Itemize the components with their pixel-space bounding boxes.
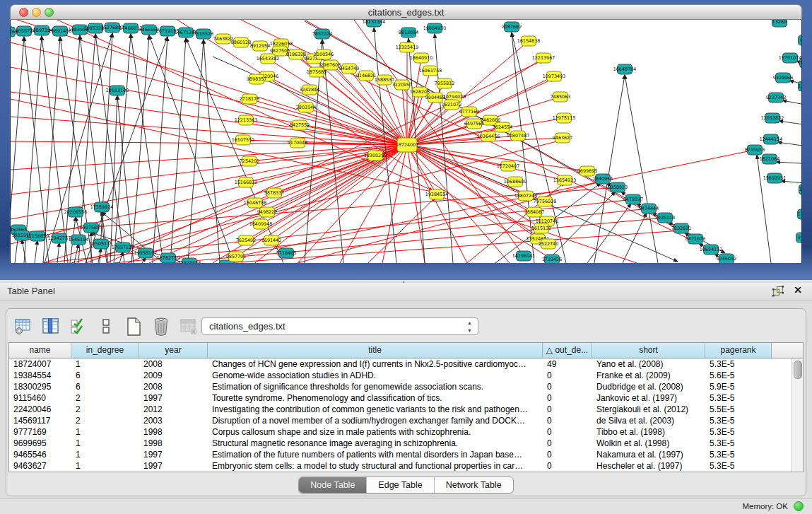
table-settings-icon[interactable]: [14, 317, 33, 336]
graph-node[interactable]: 7625402: [236, 235, 256, 245]
graph-edge[interactable]: [402, 85, 407, 145]
graph-node[interactable]: 15692931: [763, 173, 787, 183]
graph-node[interactable]: 3242844: [300, 85, 319, 95]
close-panel-icon[interactable]: ✕: [794, 284, 802, 296]
table-cell[interactable]: Disruption of a novel member of a sodium…: [208, 415, 543, 426]
graph-node[interactable]: 12505135: [90, 239, 113, 249]
table-cell[interactable]: 19384554: [9, 370, 71, 381]
graph-node[interactable]: 9498222: [257, 207, 277, 217]
table-cell[interactable]: 18724007: [9, 358, 71, 370]
table-cell[interactable]: de Silva et al. (2003): [592, 415, 705, 426]
column-header-year[interactable]: year: [139, 343, 208, 358]
graph-node[interactable]: 20364456: [477, 132, 500, 141]
graph-node[interactable]: 13654923: [553, 175, 577, 185]
graph-edge[interactable]: [779, 121, 802, 126]
graph-edge[interactable]: [782, 100, 802, 106]
table-vertical-scrollbar[interactable]: [792, 358, 803, 472]
table-row[interactable]: 2242004622012Investigating the contribut…: [9, 404, 803, 415]
table-row[interactable]: 1456911722003Disruption of a novel membe…: [9, 415, 803, 426]
table-row[interactable]: 969969511998Structural magnetic resonanc…: [9, 438, 803, 449]
table-cell[interactable]: 6: [71, 370, 139, 381]
citation-network-graph[interactable]: 1872400714055724208973942069140618839167…: [11, 20, 802, 263]
graph-node[interactable]: 2803144: [296, 103, 316, 112]
graph-node[interactable]: 18131304: [363, 20, 386, 27]
select-all-rows-icon[interactable]: [69, 317, 88, 336]
table-cell[interactable]: 5.9E-5: [705, 381, 772, 392]
table-cell[interactable]: 0: [543, 426, 592, 438]
table-cell[interactable]: Nakamura et al. (1997): [592, 449, 705, 460]
table-cell[interactable]: 1997: [139, 460, 208, 472]
table-cell[interactable]: 9465546: [9, 449, 71, 460]
table-cell[interactable]: 0: [543, 460, 592, 472]
graph-node[interactable]: 9884067: [524, 207, 544, 217]
create-table-icon[interactable]: [124, 317, 143, 336]
table-cell[interactable]: Stergiakouli et al. (2012): [592, 404, 705, 415]
network-canvas[interactable]: 1872400714055724208973942069140618839167…: [10, 20, 802, 263]
graph-node[interactable]: 1733426: [542, 255, 562, 263]
graph-node[interactable]: 2522740: [539, 239, 558, 249]
float-window-icon[interactable]: [772, 286, 784, 297]
table-cell[interactable]: 9463627: [9, 460, 71, 472]
graph-node[interactable]: 16961758: [419, 66, 442, 76]
graph-node[interactable]: 14454: [799, 81, 803, 91]
table-cell[interactable]: 1: [71, 460, 139, 472]
graph-node[interactable]: 12923448: [178, 258, 201, 263]
graph-node[interactable]: 9245012: [717, 254, 736, 263]
graph-node[interactable]: 9474444: [639, 204, 659, 214]
table-cell[interactable]: 0: [543, 404, 592, 415]
node-attribute-table[interactable]: namein_degreeyeartitle△ out_de...shortpa…: [8, 342, 804, 472]
graph-edge[interactable]: [306, 107, 407, 145]
graph-node[interactable]: 3220957: [392, 80, 412, 90]
graph-node[interactable]: 9170048: [288, 138, 307, 148]
graph-node[interactable]: 12744: [800, 58, 803, 68]
graph-node[interactable]: 12444154: [760, 134, 783, 144]
table-cell[interactable]: 6: [71, 381, 139, 392]
graph-node[interactable]: 9219: [799, 35, 803, 45]
table-select-dropdown[interactable]: citations_edges.txt ▲▼: [201, 317, 478, 335]
graph-node[interactable]: 18640910: [410, 53, 433, 63]
table-row[interactable]: 946362711997Embryonic stem cells: a mode…: [9, 460, 803, 472]
graph-node[interactable]: 18724007: [396, 138, 419, 152]
table-cell[interactable]: 1997: [139, 392, 208, 404]
table-cell[interactable]: 2008: [139, 381, 208, 392]
table-row[interactable]: 911546021997Tourette syndrome. Phenomeno…: [9, 392, 803, 404]
table-cell[interactable]: Hescheler et al. (1997): [592, 460, 705, 472]
table-cell[interactable]: Jankovic et al. (1997): [592, 392, 705, 404]
graph-node[interactable]: 14196141: [512, 251, 536, 261]
table-cell[interactable]: 0: [543, 438, 592, 449]
table-cell[interactable]: Tourette syndrome. Phenomenology and cla…: [208, 392, 543, 404]
table-cell[interactable]: Estimation of significance thresholds fo…: [208, 381, 543, 392]
graph-edge[interactable]: [11, 42, 407, 145]
graph-node[interactable]: 7955812: [435, 78, 454, 88]
table-cell[interactable]: Genome-wide association studies in ADHD.: [208, 370, 543, 381]
table-cell[interactable]: 1: [71, 438, 139, 449]
graph-edge[interactable]: [35, 240, 37, 263]
graph-node[interactable]: 8912954: [250, 41, 270, 51]
table-cell[interactable]: 1998: [139, 426, 208, 438]
graph-node[interactable]: 8454749: [339, 64, 359, 74]
graph-node[interactable]: 7832621: [671, 223, 691, 233]
graph-edge[interactable]: [149, 35, 234, 263]
graph-node[interactable]: 5716485: [276, 248, 296, 258]
table-cell[interactable]: Estimation of the future numbers of pati…: [208, 449, 543, 460]
graph-edge[interactable]: [757, 155, 771, 263]
graph-edge[interactable]: [625, 75, 658, 263]
table-cell[interactable]: 2: [71, 392, 139, 404]
table-cell[interactable]: 5.3E-5: [705, 449, 772, 460]
network-window-titlebar[interactable]: citations_edges.txt: [10, 4, 802, 20]
graph-edge[interactable]: [781, 181, 802, 184]
graph-node[interactable]: 2087682: [502, 22, 522, 32]
graph-edge[interactable]: [131, 34, 163, 263]
tab-node-table[interactable]: Node Table: [299, 477, 367, 493]
graph-edge[interactable]: [227, 230, 681, 263]
table-cell[interactable]: 5.3E-5: [705, 415, 772, 426]
graph-node[interactable]: 9146821: [356, 71, 376, 81]
table-cell[interactable]: 5.6E-5: [705, 370, 772, 381]
graph-node[interactable]: 9227343: [766, 93, 786, 103]
graph-node[interactable]: 16409948: [249, 219, 273, 229]
table-cell[interactable]: Changes of HCN gene expression and I(f) …: [208, 358, 543, 370]
graph-node[interactable]: 1691442: [261, 235, 281, 245]
table-cell[interactable]: 5.5E-5: [705, 404, 772, 415]
graph-node[interactable]: 12975115: [553, 113, 576, 123]
table-cell[interactable]: 0: [543, 392, 592, 404]
